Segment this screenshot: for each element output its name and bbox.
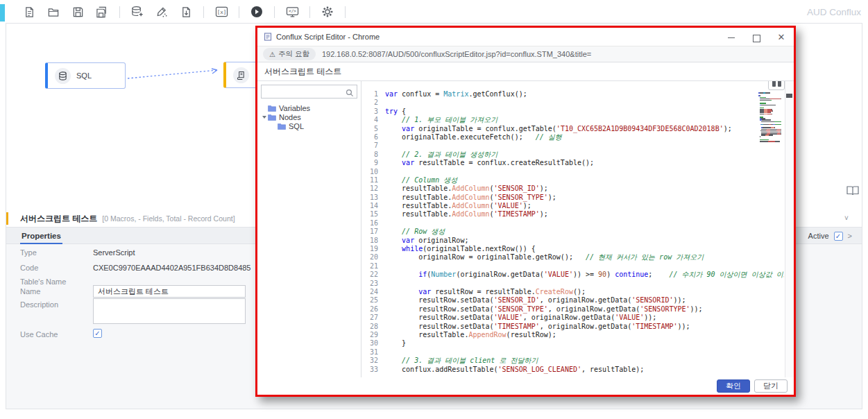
tree-item-variables[interactable]: Variables [261, 103, 357, 112]
import-file-icon[interactable] [179, 5, 193, 19]
ok-button[interactable]: 확인 [717, 379, 750, 393]
panel-title-meta: [0 Macros, - Fields, Total - Record Coun… [102, 214, 235, 223]
maximize-icon[interactable] [752, 33, 760, 42]
code-line: 2 [364, 99, 784, 107]
editor-scrollbar[interactable] [785, 81, 794, 377]
variable-box-icon[interactable]: [x] [214, 5, 228, 19]
toolbar-separator [203, 6, 204, 18]
code-line: 29 resultTable.AppendRow(resultRow); [364, 331, 784, 339]
close-button[interactable]: 닫기 [754, 379, 788, 393]
use-cache-checkbox[interactable]: ✓ [93, 329, 102, 338]
description-label: Description [20, 300, 58, 309]
node-tree: VariablesNodesSQL [261, 103, 357, 130]
dialog-header: 서버스크립트 테스트 [257, 62, 794, 81]
settings-gear-icon[interactable] [321, 5, 334, 19]
monitor-code-icon[interactable]: </> [285, 5, 299, 19]
code-line: 23 [364, 280, 784, 288]
url-text: 192.168.0.52:8087/AUD/500/confluxScriptE… [322, 50, 591, 58]
toolbar-separator [119, 6, 120, 18]
dialog-title: Conflux Script Editor - Chrome [276, 33, 380, 41]
code-area[interactable]: 1var conflux = Matrix.getConflux();23try… [364, 90, 784, 377]
connector-arrow [126, 64, 225, 85]
window-controls: ✕ [727, 28, 785, 46]
svg-text:</>: </> [288, 8, 296, 13]
new-file-icon[interactable] [22, 5, 36, 19]
database-icon [55, 68, 71, 84]
open-folder-icon[interactable] [46, 5, 60, 19]
code-line: 32 // 3. 결과 테이블 client 로 전달하기 [364, 357, 784, 365]
code-line: 5 var originalTable = conflux.getTable('… [364, 125, 784, 133]
screen: [x]</> AUD Conflux SQL 서버스크립트 테스트 [0 Mac… [0, 0, 868, 419]
caret-down-icon[interactable] [262, 116, 266, 119]
code-line: 9 var resultTable = conflux.createResult… [364, 159, 784, 167]
close-icon[interactable]: ✕ [777, 33, 785, 42]
code-label: Code [20, 264, 38, 272]
edit-script-icon[interactable] [155, 5, 169, 19]
code-line: 22 if(Number(originalRow.getData('VALUE'… [364, 271, 784, 279]
open-book-icon[interactable] [846, 185, 860, 198]
name-input[interactable] [93, 285, 246, 298]
chevron-right-icon[interactable]: > [848, 232, 852, 240]
title-accent-bar [6, 212, 8, 225]
code-line: 26 resultRow.setData('SENSOR_TYPE', orig… [364, 305, 784, 314]
script-icon [233, 67, 249, 83]
code-line: 10 [364, 168, 784, 176]
toolbar-separator [239, 6, 239, 18]
sql-node-label: SQL [76, 71, 92, 80]
tables-name-label: Table's Name [20, 277, 66, 286]
url-bar[interactable]: ⚠ 주의 요함 192.168.0.52:8087/AUD/500/conflu… [257, 46, 794, 62]
code-line: 12 resultTable.AddColumn('SENSOR_ID'); [364, 185, 784, 193]
security-badge-text: 주의 요함 [278, 49, 309, 59]
top-toolbar: [x]</> AUD Conflux [0, 0, 868, 23]
description-input[interactable] [93, 298, 246, 324]
save-icon[interactable] [71, 5, 85, 19]
code-line: 20 originalRow = originalTable.getRow();… [364, 253, 784, 262]
code-line: 27 resultRow.setData('VALUE', originalRo… [364, 314, 784, 322]
app-brand: AUD Conflux [807, 7, 861, 17]
tree-item-label: SQL [289, 122, 304, 130]
tree-item-label: Nodes [279, 113, 301, 121]
code-line: 13 resultTable.AddColumn('SENSOR_TYPE'); [364, 194, 784, 202]
code-line: 19 while(originalTable.nextRow()) { [364, 245, 784, 253]
tree-item-sql[interactable]: SQL [261, 121, 357, 130]
code-line: 25 resultRow.setData('SENSOR_ID', origin… [364, 296, 784, 305]
dialog-footer: 확인 닫기 [257, 377, 794, 395]
search-input[interactable] [263, 86, 345, 97]
active-group: Active ✓ > [808, 228, 852, 244]
scrollbar-thumb[interactable] [786, 94, 792, 98]
search-icon[interactable] [346, 87, 354, 100]
chevron-down-icon[interactable]: ˅ [842, 214, 851, 223]
type-value: ServerScript [93, 248, 135, 257]
conflux-script-editor-dialog: Conflux Script Editor - Chrome ✕ ⚠ 주의 요함… [255, 26, 796, 397]
code-editor[interactable]: 1var conflux = Matrix.getConflux();23try… [361, 81, 794, 377]
code-line: 8 // 2. 결과 테이블 생성하기 [364, 151, 784, 159]
save-as-icon[interactable] [95, 5, 109, 19]
code-line: 7 [364, 142, 784, 150]
run-icon[interactable] [250, 5, 264, 19]
warning-icon: ⚠ [269, 51, 275, 58]
code-line: 14 resultTable.AddColumn('VALUE'); [364, 202, 784, 210]
code-line: 11 // Column 생성 [364, 176, 784, 185]
code-line: 28 resultRow.setData('TIMESTAMP', origin… [364, 323, 784, 331]
toolbar-separator [345, 6, 346, 18]
split-view-button[interactable] [768, 81, 785, 90]
minimize-icon[interactable] [727, 33, 735, 42]
tree-item-nodes[interactable]: Nodes [261, 112, 357, 121]
code-line: 16 [364, 219, 784, 228]
tab-properties[interactable]: Properties [20, 228, 62, 244]
code-line: 17 // Row 생성 [364, 228, 784, 236]
dialog-titlebar[interactable]: Conflux Script Editor - Chrome ✕ [257, 28, 794, 46]
search-box [261, 85, 357, 99]
minimap[interactable] [758, 92, 781, 142]
code-line: 30 } [364, 339, 784, 348]
security-chip[interactable]: ⚠ 주의 요함 [263, 48, 316, 60]
use-cache-label: Use Cache [20, 330, 58, 339]
svg-text:[x]: [x] [216, 9, 226, 15]
active-checkbox[interactable]: ✓ [834, 232, 843, 241]
code-line: 33 conflux.addResultTable('SENSOR_LOG_CL… [364, 366, 784, 374]
sql-node[interactable]: SQL [45, 62, 126, 89]
code-line: 6 originalTable.executeFetch(); // 실행 [364, 133, 784, 142]
code-value: CXE0C9970EAAAD4402A951FB634D8D8485 [93, 264, 251, 272]
db-add-icon[interactable] [130, 5, 144, 19]
panel-title: 서버스크립트 테스트 [20, 213, 97, 225]
